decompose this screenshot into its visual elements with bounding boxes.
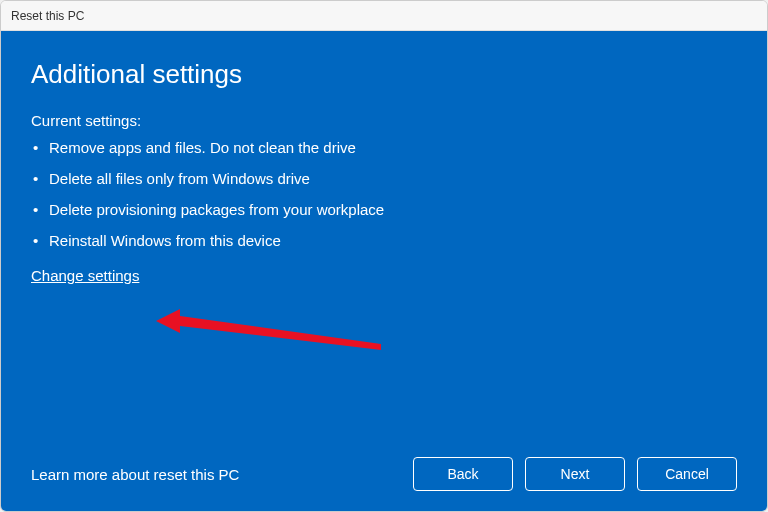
list-item: Delete provisioning packages from your w… xyxy=(33,201,737,218)
settings-list: Remove apps and files. Do not clean the … xyxy=(31,139,737,263)
titlebar[interactable]: Reset this PC xyxy=(1,1,767,31)
change-settings-link[interactable]: Change settings xyxy=(31,267,737,284)
svg-marker-0 xyxy=(156,309,381,350)
annotation-arrow-icon xyxy=(156,309,386,369)
next-button[interactable]: Next xyxy=(525,457,625,491)
list-item: Delete all files only from Windows drive xyxy=(33,170,737,187)
dialog-content: Additional settings Current settings: Re… xyxy=(1,31,767,511)
learn-more-link[interactable]: Learn more about reset this PC xyxy=(31,466,239,483)
dialog-footer: Learn more about reset this PC Back Next… xyxy=(31,447,737,491)
list-item: Reinstall Windows from this device xyxy=(33,232,737,249)
back-button[interactable]: Back xyxy=(413,457,513,491)
current-settings-label: Current settings: xyxy=(31,112,737,129)
page-title: Additional settings xyxy=(31,59,737,90)
reset-pc-dialog: Reset this PC Additional settings Curren… xyxy=(0,0,768,512)
cancel-button[interactable]: Cancel xyxy=(637,457,737,491)
list-item: Remove apps and files. Do not clean the … xyxy=(33,139,737,156)
button-row: Back Next Cancel xyxy=(413,457,737,491)
window-title: Reset this PC xyxy=(11,9,84,23)
